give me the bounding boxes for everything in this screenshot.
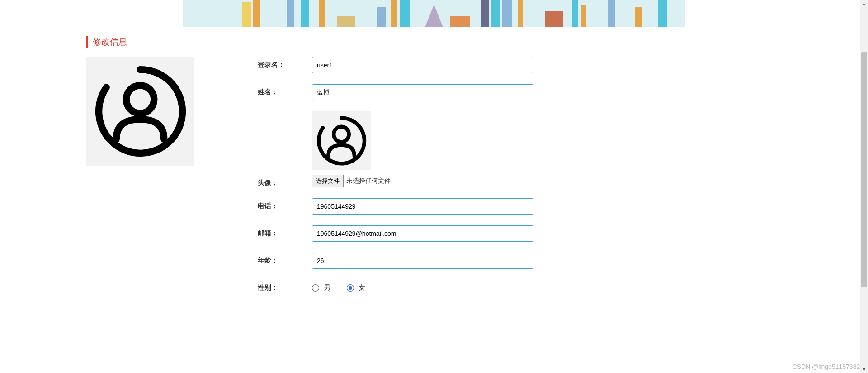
svg-rect-21	[658, 0, 667, 27]
avatar-preview-small	[312, 111, 371, 170]
svg-rect-9	[400, 0, 410, 27]
svg-rect-17	[572, 0, 578, 27]
svg-rect-5	[319, 0, 325, 27]
scrollbar-vertical[interactable]: ▴ ▾	[860, 0, 868, 303]
svg-rect-18	[581, 5, 586, 27]
svg-rect-12	[481, 0, 489, 27]
svg-rect-14	[502, 0, 512, 27]
choose-file-button[interactable]: 选择文件	[312, 175, 344, 187]
name-input[interactable]	[312, 84, 533, 100]
gender-label: 性别：	[258, 280, 312, 292]
user-circle-icon	[90, 62, 190, 161]
edit-form: 登录名： 姓名： 头像：	[258, 57, 782, 303]
name-label: 姓名：	[258, 84, 312, 96]
user-circle-icon	[314, 114, 368, 168]
section-title: 修改信息	[86, 36, 782, 48]
radio-icon	[347, 284, 354, 292]
email-label: 邮箱：	[258, 225, 312, 238]
phone-label: 电话：	[258, 198, 312, 210]
svg-rect-19	[608, 0, 615, 27]
svg-rect-11	[450, 16, 470, 27]
gender-radio-male[interactable]: 男	[312, 283, 330, 292]
age-input[interactable]	[312, 253, 533, 269]
login-input[interactable]	[312, 57, 533, 73]
avatar-label: 头像：	[258, 175, 312, 187]
svg-rect-8	[391, 0, 397, 27]
svg-point-23	[334, 127, 349, 142]
login-label: 登录名：	[258, 57, 312, 69]
city-banner	[183, 0, 685, 27]
phone-input[interactable]	[312, 198, 533, 215]
svg-rect-4	[301, 0, 309, 27]
svg-rect-7	[377, 7, 386, 27]
svg-rect-13	[491, 0, 500, 27]
file-status-text: 未选择任何文件	[346, 177, 391, 185]
svg-rect-16	[545, 11, 563, 27]
svg-point-22	[126, 86, 154, 114]
radio-label-male: 男	[324, 283, 330, 292]
scroll-up-button[interactable]: ▴	[860, 0, 868, 8]
radio-icon	[312, 284, 319, 292]
radio-label-female: 女	[359, 283, 365, 292]
svg-rect-6	[337, 16, 355, 27]
svg-rect-20	[635, 7, 642, 27]
avatar-preview-large	[86, 57, 194, 166]
svg-rect-15	[518, 0, 523, 27]
svg-rect-1	[242, 2, 251, 27]
gender-radio-female[interactable]: 女	[347, 283, 365, 292]
scroll-thumb[interactable]	[861, 52, 867, 287]
svg-rect-2	[253, 0, 260, 27]
email-input[interactable]	[312, 225, 533, 242]
age-label: 年龄：	[258, 253, 312, 265]
svg-rect-3	[287, 0, 294, 27]
